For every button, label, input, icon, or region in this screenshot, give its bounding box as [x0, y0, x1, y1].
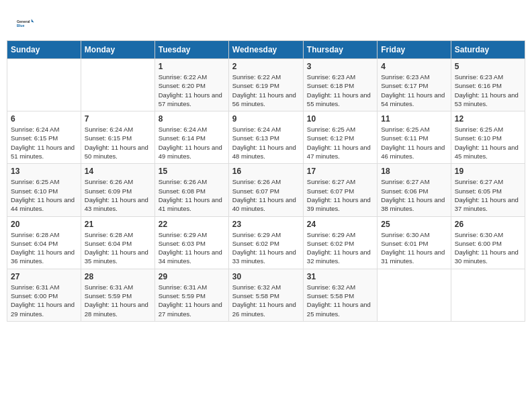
day-number: 1: [159, 62, 225, 71]
day-number: 27: [11, 272, 77, 281]
day-info: Sunrise: 6:28 AM Sunset: 6:04 PM Dayligh…: [11, 230, 77, 266]
day-info: Sunrise: 6:27 AM Sunset: 6:05 PM Dayligh…: [455, 177, 521, 213]
calendar-cell: [81, 59, 154, 111]
day-info: Sunrise: 6:24 AM Sunset: 6:15 PM Dayligh…: [11, 125, 77, 161]
day-info: Sunrise: 6:25 AM Sunset: 6:12 PM Dayligh…: [307, 125, 373, 161]
calendar-cell: 28Sunrise: 6:31 AM Sunset: 5:59 PM Dayli…: [81, 269, 154, 321]
day-header-tuesday: Tuesday: [154, 41, 228, 59]
day-number: 18: [381, 167, 447, 176]
day-info: Sunrise: 6:24 AM Sunset: 6:15 PM Dayligh…: [85, 125, 151, 161]
calendar-cell: 1Sunrise: 6:22 AM Sunset: 6:20 PM Daylig…: [154, 59, 228, 111]
day-number: 19: [455, 167, 521, 176]
calendar-cell: 14Sunrise: 6:26 AM Sunset: 6:09 PM Dayli…: [81, 164, 154, 216]
calendar-cell: 7Sunrise: 6:24 AM Sunset: 6:15 PM Daylig…: [81, 111, 154, 164]
day-number: 3: [307, 62, 373, 71]
day-info: Sunrise: 6:31 AM Sunset: 6:00 PM Dayligh…: [11, 283, 77, 318]
day-header-friday: Friday: [378, 41, 451, 59]
day-number: 28: [85, 272, 151, 281]
day-number: 8: [159, 114, 225, 124]
day-info: Sunrise: 6:23 AM Sunset: 6:17 PM Dayligh…: [381, 73, 447, 108]
day-number: 30: [232, 272, 300, 281]
day-info: Sunrise: 6:30 AM Sunset: 6:00 PM Dayligh…: [455, 230, 521, 266]
day-number: 14: [85, 167, 151, 176]
day-info: Sunrise: 6:26 AM Sunset: 6:09 PM Dayligh…: [85, 177, 151, 213]
day-info: Sunrise: 6:31 AM Sunset: 5:59 PM Dayligh…: [159, 283, 225, 318]
day-header-thursday: Thursday: [303, 41, 377, 59]
day-info: Sunrise: 6:23 AM Sunset: 6:16 PM Dayligh…: [455, 73, 521, 108]
day-number: 21: [85, 220, 151, 229]
day-number: 15: [159, 167, 225, 176]
day-number: 4: [381, 62, 447, 71]
calendar-cell: 17Sunrise: 6:27 AM Sunset: 6:07 PM Dayli…: [303, 164, 377, 216]
calendar-cell: [378, 269, 451, 321]
day-number: 22: [159, 220, 225, 229]
day-info: Sunrise: 6:24 AM Sunset: 6:14 PM Dayligh…: [159, 125, 225, 161]
day-number: 24: [307, 220, 373, 229]
calendar-header-row: SundayMondayTuesdayWednesdayThursdayFrid…: [7, 41, 525, 59]
calendar-cell: 8Sunrise: 6:24 AM Sunset: 6:14 PM Daylig…: [154, 111, 228, 164]
calendar-cell: 3Sunrise: 6:23 AM Sunset: 6:18 PM Daylig…: [303, 59, 377, 111]
calendar-cell: [7, 59, 81, 111]
day-number: 17: [307, 167, 373, 176]
svg-text:General: General: [17, 19, 30, 24]
day-number: 20: [11, 220, 77, 229]
day-info: Sunrise: 6:26 AM Sunset: 6:07 PM Dayligh…: [232, 177, 300, 213]
calendar-cell: 29Sunrise: 6:31 AM Sunset: 5:59 PM Dayli…: [154, 269, 228, 321]
day-number: 23: [232, 220, 300, 229]
calendar-week-4: 20Sunrise: 6:28 AM Sunset: 6:04 PM Dayli…: [7, 216, 525, 269]
day-number: 6: [11, 114, 77, 124]
calendar-cell: 10Sunrise: 6:25 AM Sunset: 6:12 PM Dayli…: [303, 111, 377, 164]
calendar-cell: 2Sunrise: 6:22 AM Sunset: 6:19 PM Daylig…: [228, 59, 303, 111]
day-number: 26: [455, 220, 521, 229]
day-number: 16: [232, 167, 300, 176]
day-number: 9: [232, 114, 300, 124]
calendar-cell: 18Sunrise: 6:27 AM Sunset: 6:06 PM Dayli…: [378, 164, 451, 216]
day-info: Sunrise: 6:32 AM Sunset: 5:58 PM Dayligh…: [307, 283, 373, 318]
day-number: 2: [232, 62, 300, 71]
calendar-cell: 5Sunrise: 6:23 AM Sunset: 6:16 PM Daylig…: [451, 59, 525, 111]
logo-icon: GeneralBlue: [17, 13, 37, 34]
day-info: Sunrise: 6:27 AM Sunset: 6:07 PM Dayligh…: [307, 177, 373, 213]
day-number: 12: [455, 114, 521, 124]
calendar-cell: 11Sunrise: 6:25 AM Sunset: 6:11 PM Dayli…: [378, 111, 451, 164]
day-info: Sunrise: 6:25 AM Sunset: 6:11 PM Dayligh…: [381, 125, 447, 161]
calendar-cell: 13Sunrise: 6:25 AM Sunset: 6:10 PM Dayli…: [7, 164, 81, 216]
calendar-week-3: 13Sunrise: 6:25 AM Sunset: 6:10 PM Dayli…: [7, 164, 525, 216]
day-number: 10: [307, 114, 373, 124]
calendar-week-2: 6Sunrise: 6:24 AM Sunset: 6:15 PM Daylig…: [7, 111, 525, 164]
calendar-cell: 16Sunrise: 6:26 AM Sunset: 6:07 PM Dayli…: [228, 164, 303, 216]
logo: GeneralBlue: [17, 13, 37, 34]
day-info: Sunrise: 6:29 AM Sunset: 6:02 PM Dayligh…: [307, 230, 373, 266]
day-info: Sunrise: 6:26 AM Sunset: 6:08 PM Dayligh…: [159, 177, 225, 213]
day-info: Sunrise: 6:29 AM Sunset: 6:02 PM Dayligh…: [232, 230, 300, 266]
day-info: Sunrise: 6:25 AM Sunset: 6:10 PM Dayligh…: [11, 177, 77, 213]
day-header-sunday: Sunday: [7, 41, 81, 59]
calendar-cell: 21Sunrise: 6:28 AM Sunset: 6:04 PM Dayli…: [81, 216, 154, 269]
calendar-week-1: 1Sunrise: 6:22 AM Sunset: 6:20 PM Daylig…: [7, 59, 525, 111]
calendar-cell: [451, 269, 525, 321]
day-info: Sunrise: 6:22 AM Sunset: 6:20 PM Dayligh…: [159, 73, 225, 108]
day-info: Sunrise: 6:27 AM Sunset: 6:06 PM Dayligh…: [381, 177, 447, 213]
calendar: SundayMondayTuesdayWednesdayThursdayFrid…: [7, 40, 525, 322]
day-info: Sunrise: 6:32 AM Sunset: 5:58 PM Dayligh…: [232, 283, 300, 318]
day-number: 31: [307, 272, 373, 281]
calendar-cell: 6Sunrise: 6:24 AM Sunset: 6:15 PM Daylig…: [7, 111, 81, 164]
calendar-cell: 4Sunrise: 6:23 AM Sunset: 6:17 PM Daylig…: [378, 59, 451, 111]
day-info: Sunrise: 6:23 AM Sunset: 6:18 PM Dayligh…: [307, 73, 373, 108]
day-info: Sunrise: 6:24 AM Sunset: 6:13 PM Dayligh…: [232, 125, 300, 161]
day-info: Sunrise: 6:29 AM Sunset: 6:03 PM Dayligh…: [159, 230, 225, 266]
calendar-cell: 23Sunrise: 6:29 AM Sunset: 6:02 PM Dayli…: [228, 216, 303, 269]
day-header-monday: Monday: [81, 41, 154, 59]
calendar-cell: 15Sunrise: 6:26 AM Sunset: 6:08 PM Dayli…: [154, 164, 228, 216]
calendar-cell: 31Sunrise: 6:32 AM Sunset: 5:58 PM Dayli…: [303, 269, 377, 321]
calendar-cell: 9Sunrise: 6:24 AM Sunset: 6:13 PM Daylig…: [228, 111, 303, 164]
day-info: Sunrise: 6:22 AM Sunset: 6:19 PM Dayligh…: [232, 73, 300, 108]
calendar-cell: 27Sunrise: 6:31 AM Sunset: 6:00 PM Dayli…: [7, 269, 81, 321]
calendar-cell: 22Sunrise: 6:29 AM Sunset: 6:03 PM Dayli…: [154, 216, 228, 269]
calendar-cell: 24Sunrise: 6:29 AM Sunset: 6:02 PM Dayli…: [303, 216, 377, 269]
day-header-wednesday: Wednesday: [228, 41, 303, 59]
calendar-cell: 20Sunrise: 6:28 AM Sunset: 6:04 PM Dayli…: [7, 216, 81, 269]
calendar-cell: 19Sunrise: 6:27 AM Sunset: 6:05 PM Dayli…: [451, 164, 525, 216]
page-header: GeneralBlue: [7, 7, 525, 37]
svg-marker-2: [32, 19, 34, 22]
